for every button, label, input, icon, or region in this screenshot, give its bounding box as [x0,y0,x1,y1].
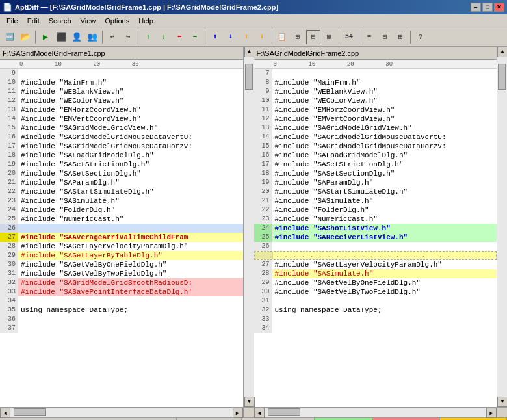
tb-open[interactable]: 📂 [18,30,32,44]
table-row: 23#include "NumericCast.h" [254,215,497,224]
tb-btn6[interactable]: 👥 [85,30,99,44]
tb-copy[interactable]: ⬆ [239,30,254,44]
tb-down-arrow[interactable]: ⇓ [157,30,171,44]
tb-sep8 [410,31,411,44]
right-code-area[interactable]: 7 8#include "MainFrm.h" 9#include "WEBla… [254,69,497,407]
right-code-lines: 7 8#include "MainFrm.h" 9#include "WEBla… [254,69,497,407]
table-row: 17#include "SAGridModelGridMouseDataHorz… [0,142,243,151]
tb-up2[interactable]: ⬆ [208,30,222,44]
table-row: 25#include "NumericCast.h" [0,215,243,224]
right-scroll-track[interactable] [497,57,507,397]
tb-view1[interactable]: ⊞ [291,30,305,44]
table-row: 8#include "MainFrm.h" [254,78,497,87]
close-button[interactable]: ✕ [494,3,504,12]
left-hscroll[interactable]: ◀ ▶ [0,408,244,417]
tb-num[interactable]: 54 [342,30,356,44]
tb-merge[interactable]: 📋 [275,30,289,44]
tb-new[interactable]: 🆕 [3,30,17,44]
table-row: 19#include "SASetStrictionDlg.h" [0,160,243,169]
table-row: 30#include "SAGetVelByOneFieldDlg.h" [0,260,243,269]
right-pane: F:\SAGridModelGridFrame2.cpp 0 10 20 30 … [254,47,497,407]
table-row: 31 [254,296,497,306]
menu-options[interactable]: Options [101,16,133,26]
table-row: 18#include "SASetSectionDlg.h" [254,169,497,178]
window-controls: – □ ✕ [471,3,504,12]
tb-sep2 [102,31,103,44]
table-row: 24#include "SAShotListView.h" [254,224,497,233]
tb-icon2[interactable]: ⊟ [378,30,392,44]
table-row: 7 [254,69,497,78]
table-row: 32#include "SAGridModelGridSmoothRadious… [0,278,243,287]
tb-sep1 [35,31,36,44]
table-row: 25#include "SAReceiverListView.h" [254,233,497,242]
right-hscroll-track[interactable] [265,408,487,417]
table-row: 32using namespace DataType; [254,306,497,315]
table-row: 16#include "SALoadGridModelDlg.h" [254,151,497,160]
left-vscroll[interactable]: ▲ ▼ [244,47,254,407]
h-scroll-area: ◀ ▶ ◀ ▶ [0,407,507,417]
right-ruler: 0 10 20 30 [254,60,497,69]
left-scroll-down[interactable]: ▼ [244,397,255,407]
left-file-path: F:\SAGridModelGridFrame1.cpp [3,49,105,57]
table-row: 29#include "SAGetLayerByTableDlg.h" [0,251,243,260]
title-text: 📄 AptDiff — [F:\SAGridModelGridFrame1.cp… [3,3,278,12]
menu-search[interactable]: Search [45,16,75,26]
table-row: 20#include "SAStartSimulateDlg.h" [254,187,497,196]
tb-view2[interactable]: ⊟ [306,30,320,44]
right-hscroll-right[interactable]: ▶ [486,408,497,418]
table-row: 18#include "SALoadGridModelDlg.h" [0,151,243,160]
tb-redo[interactable]: ↪ [121,30,135,44]
right-vscroll[interactable]: ▲ ▼ [497,47,507,407]
status-bar: Ready Current Block (3) Current Line (no… [0,417,507,420]
left-scroll-track[interactable] [244,57,254,397]
right-hscroll-left[interactable]: ◀ [254,408,265,418]
table-row: 35using namespace DataType; [0,306,243,315]
tb-sep5 [272,31,272,44]
minimize-button[interactable]: – [471,3,481,12]
table-row: 29#include "SAGetVelByOneFieldDlg.h" [254,278,497,287]
tb-paste[interactable]: ⬇ [255,30,269,44]
right-scroll-down[interactable]: ▼ [497,397,507,407]
table-row: 10#include "WEColorView.h" [254,96,497,105]
table-row: 21#include "SASimulate.h" [254,196,497,205]
menu-file[interactable]: File [3,16,22,26]
left-hscroll-right[interactable]: ▶ [233,408,243,418]
table-row: 23#include "SASimulate.h" [0,196,243,205]
tb-right-arrow[interactable]: ➡ [188,30,202,44]
tb-icon3[interactable]: ⊞ [393,30,408,44]
tb-view3[interactable]: ⊠ [322,30,336,44]
table-row: 34 [0,296,243,306]
tb-help[interactable]: ? [413,30,428,44]
tb-icon1[interactable]: ≡ [362,30,376,44]
left-code-area[interactable]: 9 10#include "MainFrm.h" 11#include "WEB… [0,69,243,407]
table-row: 26 [254,242,497,251]
right-scroll-thumb[interactable] [498,64,506,90]
tb-left-arrow[interactable]: ⬅ [172,30,187,44]
tb-btn3[interactable]: ▶ [38,30,53,44]
toolbar: 🆕 📂 ▶ ⬛ 👤 👥 ↩ ↪ ⇑ ⇓ ⬅ ➡ ⬆ ⬇ ⬆ ⬇ 📋 ⊞ ⊟ ⊠ … [0,27,507,47]
table-row: 15#include "SAGridModelGridMouseDataHorz… [254,142,497,151]
menu-bar: File Edit Search View Options Help [0,14,507,27]
left-hscroll-left[interactable]: ◀ [0,408,10,418]
tb-btn4[interactable]: ⬛ [54,30,68,44]
right-hscroll[interactable]: ◀ ▶ [254,408,497,417]
left-hscroll-track[interactable] [10,408,233,417]
main-content: F:\SAGridModelGridFrame1.cpp 0 10 20 30 … [0,47,507,407]
tb-down2[interactable]: ⬇ [224,30,238,44]
tb-undo[interactable]: ↩ [105,30,120,44]
menu-view[interactable]: View [77,16,100,26]
tb-up-arrow[interactable]: ⇑ [141,30,155,44]
tb-btn5[interactable]: 👤 [70,30,84,44]
menu-help[interactable]: Help [135,16,157,26]
table-row: 28#include "SASimulate.h" [254,269,497,278]
left-pane-header: F:\SAGridModelGridFrame1.cpp [0,47,243,60]
table-row: 10#include "MainFrm.h" [0,78,243,87]
left-scroll-thumb[interactable] [245,64,253,90]
right-scroll-up[interactable]: ▲ [497,47,507,57]
menu-edit[interactable]: Edit [23,16,44,26]
left-scroll-up[interactable]: ▲ [244,47,255,57]
right-hscroll-thumb[interactable] [268,408,300,416]
left-hscroll-thumb[interactable] [14,408,46,416]
maximize-button[interactable]: □ [482,3,493,12]
table-row: 33#include "SASavePointInterfaceDataDlg.… [0,287,243,296]
